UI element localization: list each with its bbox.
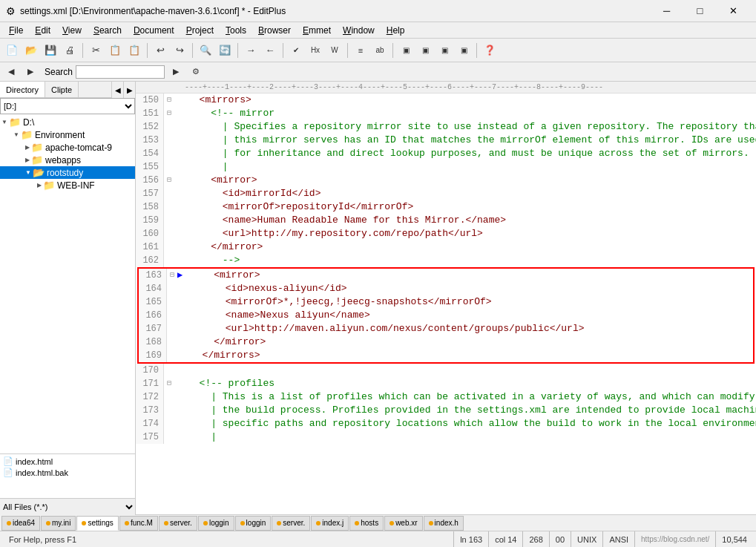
btab-indexj[interactable]: index.j	[311, 516, 349, 531]
search-options-button[interactable]: ⚙	[187, 65, 205, 78]
line-num-151: 151	[136, 107, 164, 120]
btab-myini[interactable]: my.ini	[41, 516, 76, 531]
menu-item-window[interactable]: Window	[337, 24, 381, 37]
code-line-161: 161 </mirror>	[136, 240, 756, 254]
paste-button[interactable]: 📋	[125, 42, 143, 59]
minimize-button[interactable]: ─	[650, 0, 683, 22]
btab-idea64[interactable]: idea64	[1, 516, 40, 531]
line-num-170: 170	[136, 364, 164, 377]
btab-indexh[interactable]: index.h	[424, 516, 464, 531]
search-label: Search	[45, 67, 73, 77]
tab-directory[interactable]: Directory	[0, 82, 45, 97]
btab-hosts[interactable]: hosts	[349, 516, 384, 531]
maximize-button[interactable]: □	[683, 0, 717, 22]
toolbar2-next[interactable]: ▶	[22, 65, 39, 78]
tree-item-rootstudy[interactable]: ▼ 📂 rootstudy	[0, 166, 135, 179]
ab-button[interactable]: ab	[371, 42, 389, 59]
find-button[interactable]: 🔍	[197, 42, 214, 59]
forward-button[interactable]: →	[242, 42, 260, 59]
tree-item-webinf[interactable]: ▶ 📁 WEB-INF	[0, 179, 135, 191]
menu-item-document[interactable]: Document	[128, 24, 180, 37]
cut-button[interactable]: ✂	[87, 42, 105, 59]
code-line-154: 154 | for inheritance and direct lookup …	[136, 147, 756, 160]
folder-icon-environment: 📁	[21, 129, 33, 140]
toolbar-sep-5	[283, 43, 283, 58]
code-line-172: 172 | This is a list of profiles which c…	[136, 390, 756, 404]
code-content-169: </mirrors>	[188, 349, 753, 362]
menu-item-file[interactable]: File	[3, 24, 29, 37]
panel-nav-right[interactable]: ▶	[123, 82, 135, 98]
save-button[interactable]: 💾	[42, 42, 59, 59]
hex-button[interactable]: Hx	[306, 42, 324, 59]
menu-item-project[interactable]: Project	[180, 24, 220, 37]
word-button[interactable]: W	[326, 42, 344, 59]
close-button[interactable]: ✕	[717, 0, 750, 22]
folder-icon-webapps: 📁	[31, 154, 43, 166]
code-line-168: 168 </mirror>	[139, 335, 753, 349]
square3-button[interactable]: ▣	[435, 42, 453, 59]
line-num-162: 162	[136, 254, 164, 267]
menu-item-help[interactable]: Help	[381, 24, 411, 37]
folder-icon-webinf: 📁	[43, 180, 55, 191]
btab-settings[interactable]: settings	[76, 516, 118, 531]
toolbar-sep-6	[347, 43, 348, 58]
title-bar: ⚙ settings.xml [D:\Environment\apache-ma…	[0, 0, 756, 22]
menu-item-browser[interactable]: Browser	[252, 24, 297, 37]
square4-button[interactable]: ▣	[455, 42, 473, 59]
fold-163[interactable]: ⊟	[167, 269, 177, 282]
tree-item-webapps[interactable]: ▶ 📁 webapps	[0, 154, 135, 166]
copy-button[interactable]: 📋	[106, 42, 124, 59]
line-num-169: 169	[139, 349, 167, 362]
file-list: 📄 index.html 📄 index.html.bak	[0, 453, 135, 498]
btab-server2[interactable]: server.	[272, 516, 310, 531]
menu-item-view[interactable]: View	[56, 24, 88, 37]
print-button[interactable]: 🖨	[61, 42, 79, 59]
btab-server1[interactable]: server.	[159, 516, 197, 531]
line-num-150: 150	[136, 94, 164, 107]
redo-button[interactable]: ↪	[171, 42, 188, 59]
file-label-indexbak: index.html.bak	[16, 468, 68, 477]
btab-loggin2[interactable]: loggin	[235, 516, 272, 531]
menu-item-emmet[interactable]: Emmet	[297, 24, 337, 37]
file-item-indexbak[interactable]: 📄 index.html.bak	[0, 467, 135, 478]
tree-item-d[interactable]: ▼ 📁 D:\	[0, 116, 135, 128]
toolbar2-prev[interactable]: ◀	[3, 65, 19, 78]
find-replace-button[interactable]: 🔄	[216, 42, 234, 59]
tree-item-environment[interactable]: ▼ 📁 Environment	[0, 128, 135, 141]
line-num-168: 168	[139, 335, 167, 349]
file-item-index[interactable]: 📄 index.html	[0, 456, 135, 467]
fold-150[interactable]: ⊟	[164, 94, 174, 107]
new-button[interactable]: 📄	[3, 42, 21, 59]
btab-funcm[interactable]: func.M	[119, 516, 158, 531]
line-num-175: 175	[136, 430, 164, 444]
menu-item-edit[interactable]: Edit	[29, 24, 56, 37]
btab-loggin1[interactable]: loggin	[198, 516, 234, 531]
undo-button[interactable]: ↩	[151, 42, 169, 59]
check-button[interactable]: ✔	[287, 42, 305, 59]
code-editor[interactable]: 150 ⊟ <mirrors> 151 ⊟ <!-- mirror 152 | …	[136, 94, 756, 514]
fold-156[interactable]: ⊟	[164, 174, 174, 187]
panel-nav-left[interactable]: ◀	[111, 82, 123, 98]
list-button[interactable]: ≡	[352, 42, 369, 59]
fold-151[interactable]: ⊟	[164, 107, 174, 120]
back-button[interactable]: ←	[261, 42, 279, 59]
code-content-158: <mirrorOf>repositoryId</mirrorOf>	[185, 200, 756, 214]
code-line-163: 163 ⊟ ▶ <mirror>	[139, 269, 753, 282]
square2-button[interactable]: ▣	[416, 42, 434, 59]
menu-item-tools[interactable]: Tools	[220, 24, 252, 37]
square1-button[interactable]: ▣	[397, 42, 415, 59]
tab-cliptext[interactable]: Clipte	[45, 82, 79, 97]
folder-icon-tomcat: 📁	[31, 142, 43, 153]
status-encoding1: UNIX	[571, 531, 603, 547]
help-button[interactable]: ❓	[481, 42, 499, 59]
search-go-button[interactable]: ▶	[168, 65, 184, 78]
btab-webxr[interactable]: web.xr	[384, 516, 422, 531]
tree-item-tomcat[interactable]: ▶ 📁 apache-tomcat-9	[0, 141, 135, 154]
search-input[interactable]	[76, 65, 165, 79]
fold-171[interactable]: ⊟	[164, 377, 174, 390]
arrow-163: ▶	[177, 269, 188, 282]
file-filter-select[interactable]: All Files (*.*)	[0, 499, 135, 515]
menu-item-search[interactable]: Search	[88, 24, 128, 37]
open-button[interactable]: 📂	[22, 42, 40, 59]
drive-selector[interactable]: [D:]	[0, 98, 135, 114]
